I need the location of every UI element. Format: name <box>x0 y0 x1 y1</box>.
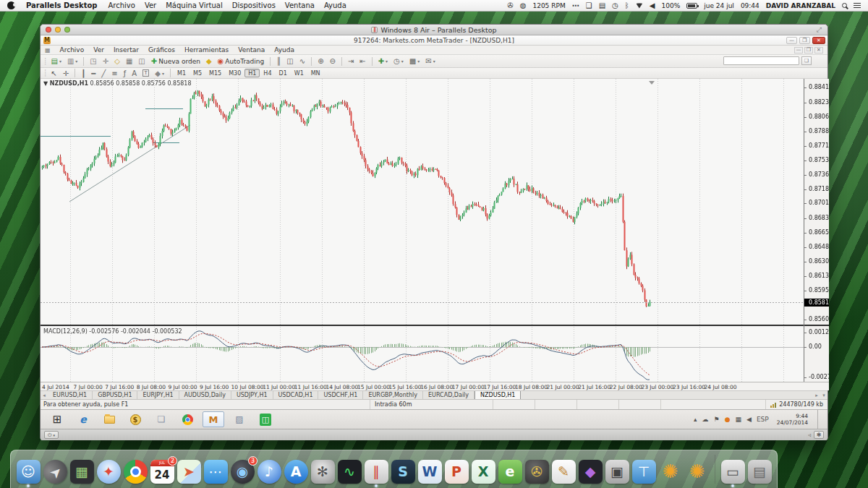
mt-restore-button[interactable]: ❐ <box>799 37 810 44</box>
dock-item-screens-app[interactable]: ▦ <box>69 459 94 484</box>
auto-scroll-button[interactable]: ⇥ <box>345 56 357 67</box>
dock-item-word[interactable]: W <box>417 459 442 484</box>
crosshair-button[interactable]: ✛ <box>100 56 111 67</box>
candlestick-button[interactable]: ◫ <box>284 56 296 67</box>
dock-item-trash[interactable]: ▤ <box>747 459 772 484</box>
menubar-user[interactable]: DAVID ARANZABAL <box>766 2 835 9</box>
label-tool[interactable]: T <box>140 68 152 78</box>
vm-settings-gear-icon[interactable]: ✱ <box>814 431 824 439</box>
timeframe-m5[interactable]: M5 <box>190 69 205 77</box>
timeframe-h1[interactable]: H1 <box>244 69 260 77</box>
fullscreen-icon[interactable]: ⤢ <box>817 26 822 34</box>
chart-tab-eurjpy-h1[interactable]: EURJPY,H1 <box>137 391 179 399</box>
child-close-icon[interactable]: ✕ <box>814 47 823 53</box>
close-window-icon[interactable] <box>46 27 51 33</box>
templates-button[interactable]: ▩▾ <box>407 56 422 67</box>
chart-shift-end-button[interactable]: ⇤ <box>357 56 368 67</box>
trading-chart-canvas[interactable] <box>41 79 829 382</box>
fan-icon[interactable]: ✇ <box>507 2 513 9</box>
start-button[interactable]: ⊞ <box>46 411 68 427</box>
tray-network-icon[interactable]: ▦ <box>736 416 742 423</box>
dock-item-evernote[interactable]: e <box>498 459 522 484</box>
timeframe-h4[interactable]: H4 <box>260 69 275 77</box>
macos-menu-máquina-virtual[interactable]: Máquina Virtual <box>166 1 223 9</box>
mt-menu-gráficos[interactable]: Gráficos <box>148 46 175 53</box>
parallels-titlebar[interactable]: ∥ Windows 8 Air – Parallels Desktop ⤢ <box>41 25 827 35</box>
dock-item-app-window[interactable]: ▭ <box>720 459 745 484</box>
camera-icon[interactable]: ❑ <box>586 2 592 9</box>
dock-item-launchpad[interactable]: ➤ <box>43 459 67 484</box>
currency-app[interactable]: $ <box>124 411 146 427</box>
chart-tab-usdchf-h1[interactable]: USDCHF,H1 <box>318 391 363 399</box>
chart-tab-gbpusd-h1[interactable]: GBPUSD,H1 <box>93 391 137 399</box>
autotrading-button[interactable]: ◉AutoTrading <box>215 56 268 67</box>
chrome-taskbar[interactable] <box>176 411 198 427</box>
cursor-tool[interactable]: ↖ <box>48 68 59 78</box>
metaeditor-button[interactable]: ◆ <box>203 56 215 67</box>
strip-collapse-icon[interactable]: ◃ <box>808 432 811 438</box>
new-chart-button-dropdown-icon[interactable]: ▾ <box>59 59 61 64</box>
timeframe-m1[interactable]: M1 <box>174 69 190 77</box>
dock-item-imovie[interactable]: ✇ <box>524 459 549 484</box>
text-tool[interactable]: A <box>129 68 140 78</box>
chart-tab-eurcad-daily[interactable]: EURCAD,Daily <box>423 391 475 399</box>
channel-tool[interactable]: ≡ <box>109 68 120 78</box>
notes-app[interactable]: ❏ <box>150 411 172 427</box>
dock-item-chrome[interactable] <box>123 459 148 484</box>
dock-item-activity-monitor[interactable]: ∿ <box>337 459 362 484</box>
battery-icon[interactable] <box>686 3 697 9</box>
chart-tab-eurusd-h1[interactable]: EURUSD,H1 <box>48 391 93 399</box>
dock-item-safari[interactable]: ✦ <box>96 459 121 484</box>
chart-shift-button[interactable]: ◳ <box>87 56 99 67</box>
bar-chart-button[interactable]: ║ <box>273 56 284 67</box>
new-order-button[interactable]: ✚Nueva orden <box>148 56 203 67</box>
display-icon[interactable]: ▤ <box>599 2 605 9</box>
templates-button-dropdown-icon[interactable]: ▾ <box>417 59 420 64</box>
taskbar-clock[interactable]: 9:4424/07/2014 <box>774 413 808 427</box>
objects-button[interactable]: ◇ <box>111 56 123 67</box>
chart-window-icon[interactable]: ▦ <box>45 47 51 53</box>
file-explorer[interactable] <box>98 411 120 427</box>
child-minimize-icon[interactable]: — <box>794 47 803 53</box>
metatrader-taskbar[interactable]: M <box>203 411 224 427</box>
mt-minimize-button[interactable]: — <box>786 37 797 44</box>
apple-menu-icon[interactable] <box>7 1 15 9</box>
symbol-search-input[interactable] <box>723 56 799 65</box>
wifi-icon[interactable] <box>636 3 643 9</box>
help-bubble-icon[interactable]: ❏ <box>801 56 812 65</box>
vm-power-button[interactable]: ⏻▾ <box>44 431 59 439</box>
macos-menu-dispositivos[interactable]: Dispositivos <box>232 1 276 9</box>
profiles-button-dropdown-icon[interactable]: ▾ <box>75 59 77 64</box>
bluetooth-icon[interactable]: ᛒ <box>625 2 629 9</box>
dock-item-parallels-desktop[interactable]: ∥ <box>364 459 388 484</box>
mt-menu-ver[interactable]: Ver <box>93 46 104 53</box>
dock-item-powerpoint[interactable]: P <box>444 459 469 484</box>
macos-menu-ventana[interactable]: Ventana <box>285 1 315 9</box>
dock-item-photo-booth[interactable]: ◉3 <box>230 459 255 484</box>
macos-menu-ayuda[interactable]: Ayuda <box>324 1 346 9</box>
menubar-date[interactable]: jue 24 jul <box>704 2 734 9</box>
tabs-menu-icon[interactable]: ▾ <box>820 391 827 399</box>
mail-button-dropdown-icon[interactable]: ▾ <box>433 59 435 64</box>
dock-item-screen-sharing[interactable]: ▣ <box>605 459 629 484</box>
time-machine-icon[interactable]: ◷ <box>612 2 618 9</box>
fibonacci-tool[interactable]: ƒ <box>121 68 129 78</box>
periods-button-dropdown-icon[interactable]: ▾ <box>401 59 404 64</box>
dock-item-excel[interactable]: X <box>471 459 495 484</box>
vertical-line-tool[interactable]: ┃ <box>78 68 88 78</box>
mail-button[interactable]: ✉▾ <box>422 56 438 67</box>
child-restore-icon[interactable]: ❐ <box>804 47 813 53</box>
timeframe-w1[interactable]: W1 <box>291 69 307 77</box>
dock-item-pages[interactable]: ✎ <box>551 459 576 484</box>
mt-close-button[interactable]: ✕ <box>812 37 825 44</box>
data-window-button[interactable]: ◫ <box>135 56 148 67</box>
crosshair-tool[interactable]: ✛ <box>60 68 72 78</box>
indicators-button[interactable]: ✚▾ <box>375 56 391 67</box>
mt-menu-ventana[interactable]: Ventana <box>238 46 265 53</box>
dock-item-flower-app-2[interactable]: ✺ <box>685 459 710 484</box>
dock-item-skitch[interactable]: S <box>391 459 415 484</box>
chart-tab-nzdusd-h1[interactable]: NZDUSD,H1 <box>475 391 521 399</box>
market-watch-button[interactable]: ▦ <box>123 56 135 67</box>
minimize-window-icon[interactable] <box>55 27 61 33</box>
timeframe-m30[interactable]: M30 <box>225 69 244 77</box>
